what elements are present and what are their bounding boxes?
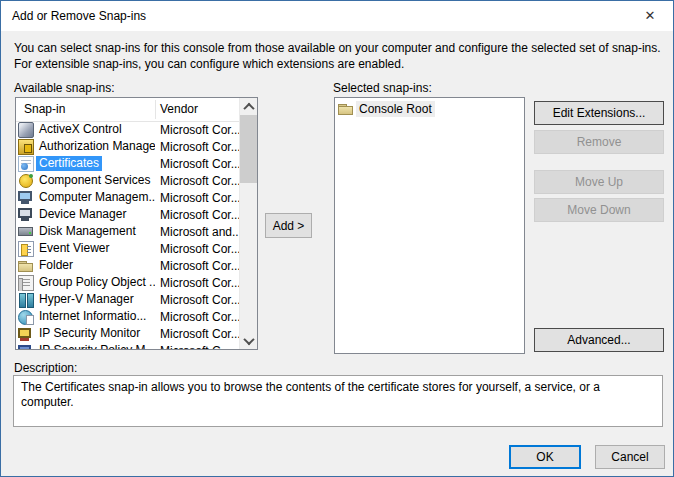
certificates-icon — [18, 156, 34, 172]
snap-in-vendor: Microsoft Cor... — [155, 208, 240, 222]
snap-in-row[interactable]: Certificates Microsoft Cor... — [16, 155, 240, 172]
snap-in-name: Authorization Manager — [36, 139, 155, 154]
ip-security-monitor-icon — [18, 326, 34, 342]
description-box: The Certificates snap-in allows you to b… — [13, 375, 663, 427]
event-viewer-icon — [18, 241, 34, 257]
console-root-item[interactable]: Console Root — [338, 101, 524, 117]
add-remove-snapins-dialog: Add or Remove Snap-ins ✕ You can select … — [0, 0, 674, 477]
scroll-down-icon[interactable] — [240, 332, 257, 349]
snap-in-row[interactable]: IP Security Monitor Microsoft Cor... — [16, 325, 240, 342]
snap-in-row[interactable]: ActiveX Control Microsoft Cor... — [16, 121, 240, 138]
selected-snapins-label: Selected snap-ins: — [333, 81, 432, 95]
snap-in-vendor: Microsoft Cor... — [155, 310, 240, 324]
remove-button[interactable]: Remove — [534, 130, 664, 154]
snap-in-row[interactable]: Component Services Microsoft Cor... — [16, 172, 240, 189]
snap-in-row[interactable]: Internet Informatio... Microsoft Cor... — [16, 308, 240, 325]
snap-in-vendor: Microsoft Cor... — [155, 276, 240, 290]
snap-in-row[interactable]: Computer Managem... Microsoft Cor... — [16, 189, 240, 206]
snap-in-name: Internet Informatio... — [36, 309, 149, 324]
dialog-title: Add or Remove Snap-ins — [1, 9, 146, 23]
snap-in-name: Hyper-V Manager — [36, 292, 137, 307]
advanced-button[interactable]: Advanced... — [534, 328, 664, 352]
snap-in-vendor: Microsoft Cor... — [155, 242, 240, 256]
device-manager-icon — [18, 207, 34, 223]
snap-in-vendor: Microsoft Cor... — [155, 174, 240, 188]
description-label: Description: — [14, 361, 77, 375]
list-header: Snap-in Vendor — [16, 98, 240, 122]
snap-in-vendor: Microsoft Cor... — [155, 293, 240, 307]
snap-in-vendor: Microsoft and... — [155, 225, 240, 239]
snap-in-row[interactable]: Device Manager Microsoft Cor... — [16, 206, 240, 223]
activex-control-icon — [18, 122, 34, 138]
snap-in-vendor: Microsoft Cor... — [155, 259, 240, 273]
snap-in-row[interactable]: Authorization Manager Microsoft Cor... — [16, 138, 240, 155]
folder-icon — [338, 101, 354, 117]
edit-extensions-button[interactable]: Edit Extensions... — [534, 101, 664, 125]
console-root-label: Console Root — [356, 101, 435, 117]
snap-in-name: Disk Management — [36, 224, 139, 239]
folder-icon — [18, 258, 34, 274]
snap-in-vendor: Microsoft Cor... — [155, 157, 240, 171]
snap-in-name: IP Security Monitor — [36, 326, 143, 341]
disk-management-icon — [18, 224, 34, 240]
cancel-button[interactable]: Cancel — [595, 445, 665, 469]
snap-in-name: ActiveX Control — [36, 122, 125, 137]
column-header-vendor[interactable]: Vendor — [160, 102, 198, 116]
available-snapins-list: Snap-in Vendor ActiveX Control Microsoft… — [15, 97, 258, 350]
group-policy-icon — [18, 275, 34, 291]
snap-in-name: Device Manager — [36, 207, 129, 222]
snap-in-row[interactable]: Folder Microsoft Cor... — [16, 257, 240, 274]
snapin-rows: ActiveX Control Microsoft Cor... Authori… — [16, 121, 240, 349]
snap-in-name: Group Policy Object ... — [36, 275, 155, 290]
hyperv-manager-icon — [18, 292, 34, 308]
snap-in-name: Certificates — [36, 156, 102, 171]
ok-button[interactable]: OK — [509, 445, 581, 469]
computer-management-icon — [18, 190, 34, 206]
snap-in-row[interactable]: Hyper-V Manager Microsoft Cor... — [16, 291, 240, 308]
snap-in-row[interactable]: Disk Management Microsoft and... — [16, 223, 240, 240]
column-header-snapin[interactable]: Snap-in — [24, 102, 65, 116]
available-snapins-label: Available snap-ins: — [14, 81, 115, 95]
snap-in-vendor: Microsoft Cor... — [155, 327, 240, 341]
snap-in-vendor: Microsoft Cor... — [155, 123, 240, 137]
column-divider[interactable] — [155, 100, 156, 119]
snap-in-vendor: Microsoft Cor... — [155, 191, 240, 205]
ip-security-policy-icon — [18, 343, 34, 350]
snap-in-vendor: Microsoft Cor... — [155, 140, 240, 154]
snap-in-name: IP Security Policy M... — [36, 343, 155, 349]
move-down-button[interactable]: Move Down — [534, 198, 664, 222]
snap-in-row[interactable]: Group Policy Object ... Microsoft Cor... — [16, 274, 240, 291]
scroll-up-icon[interactable] — [240, 98, 257, 115]
scrollbar-thumb[interactable] — [240, 115, 257, 183]
title-bar: Add or Remove Snap-ins — [1, 1, 673, 31]
iis-icon — [18, 309, 34, 325]
selected-snapins-list: Console Root — [334, 97, 525, 354]
snap-in-name: Computer Managem... — [36, 190, 155, 205]
snap-in-name: Event Viewer — [36, 241, 112, 256]
intro-text: You can select snap-ins for this console… — [1, 31, 674, 72]
close-icon[interactable]: ✕ — [627, 1, 673, 30]
component-services-icon — [18, 173, 34, 189]
vertical-scrollbar[interactable] — [239, 98, 257, 349]
snap-in-name: Folder — [36, 258, 76, 273]
snap-in-vendor: Microsoft C... — [155, 344, 231, 350]
snap-in-row[interactable]: Event Viewer Microsoft Cor... — [16, 240, 240, 257]
snap-in-name: Component Services — [36, 173, 153, 188]
authorization-manager-icon — [18, 139, 34, 155]
add-button[interactable]: Add > — [265, 213, 312, 238]
move-up-button[interactable]: Move Up — [534, 170, 664, 194]
snap-in-row[interactable]: IP Security Policy M... Microsoft C... — [16, 342, 240, 349]
